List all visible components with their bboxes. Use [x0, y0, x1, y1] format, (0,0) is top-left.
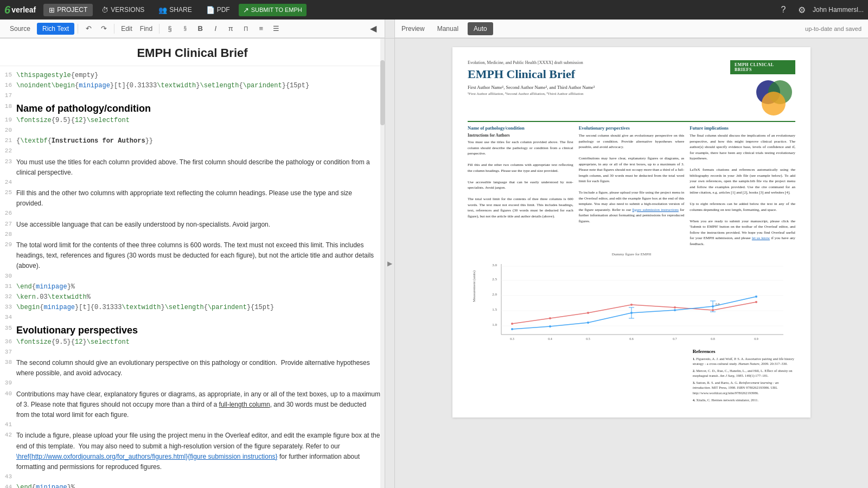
svg-text:0.6: 0.6 [629, 337, 634, 341]
share-label: SHARE [169, 6, 192, 14]
preview-columns: Name of pathology/condition Instructions… [468, 121, 795, 247]
preview-col-1: Name of pathology/condition Instructions… [468, 125, 573, 247]
logo-six: 6 [4, 4, 10, 16]
svg-text:0.8: 0.8 [716, 303, 720, 306]
svg-text:2.0: 2.0 [492, 292, 497, 297]
editor-line: 20 [0, 126, 380, 136]
svg-text:3.0: 3.0 [492, 263, 497, 267]
editor-line: 42 To include a figure, please upload yo… [0, 431, 380, 472]
submit-label: SUBMIT TO EMPH [251, 7, 302, 13]
help-button[interactable]: ? [776, 2, 791, 17]
share-icon: 👥 [158, 6, 167, 14]
editor-line: 30 [0, 272, 380, 282]
submit-icon: ↗ [243, 6, 249, 14]
source-tab[interactable]: Source [4, 23, 36, 35]
toolbar-divider-1 [78, 24, 78, 34]
editor-line: 37 [0, 348, 380, 358]
italic-button[interactable]: I [208, 22, 222, 36]
figure-link[interactable]: figure submission instructions [632, 208, 678, 212]
project-icon: ⊞ [49, 6, 55, 14]
svg-text:0.9: 0.9 [754, 337, 758, 341]
feedback-link[interactable]: let us know [752, 236, 770, 240]
submit-button[interactable]: ↗ SUBMIT TO EMPH [239, 4, 307, 16]
collapse-editor-button[interactable]: ◀ [366, 22, 380, 36]
find-button[interactable]: Find [137, 22, 156, 36]
section-small-btn[interactable]: § [178, 22, 192, 36]
col1-text: You must use the titles for each column … [468, 139, 573, 219]
settings-button[interactable]: ⚙ [794, 2, 809, 17]
svg-point-22 [511, 323, 513, 325]
editor-line: 19 \fontsize{9.5}{12}\selectfont [0, 115, 380, 126]
versions-label: VERSIONS [111, 6, 144, 14]
svg-point-30 [549, 325, 551, 328]
editor-line: 38 The second column should give an evol… [0, 358, 380, 378]
edit-button[interactable]: Edit [118, 22, 136, 36]
editor-content[interactable]: 15 \thispagestyle{empty} 16 \noindent\be… [0, 66, 385, 488]
svg-point-26 [674, 306, 676, 309]
svg-point-32 [630, 312, 633, 314]
versions-button[interactable]: ⏱ VERSIONS [96, 4, 150, 16]
project-button[interactable]: ⊞ PROJECT [43, 4, 93, 16]
svg-point-28 [755, 301, 757, 303]
figure-label: Dummy figure for EMPH [468, 252, 795, 256]
editor-line: 31 \end{minipage}% [0, 282, 380, 292]
editor-line: 15 \thispagestyle{empty} [0, 70, 380, 81]
preview-header: Evolution, Medicine, and Public Health [… [468, 60, 795, 117]
section-symbol-btn[interactable]: § [163, 22, 177, 36]
editor-line: 25 Fill this and the other two columns w… [0, 188, 380, 209]
svg-text:1.5: 1.5 [492, 307, 497, 312]
pdf-button[interactable]: 📄 PDF [201, 4, 235, 16]
editor-line: 18 Name of pathology/condition [0, 102, 380, 115]
svg-point-33 [674, 309, 676, 311]
editor-line: 24 [0, 178, 380, 188]
svg-text:1.0: 1.0 [492, 323, 497, 327]
ref-3: 3. Sutton, R. S. and Barto, A. G. Reinfo… [693, 380, 795, 395]
col1-subhead: Instructions for Authors [468, 133, 573, 138]
preview-label: Preview [401, 25, 425, 33]
editor-line: 36 \fontsize{9.5}{12}\selectfont [0, 337, 380, 348]
svg-point-27 [712, 309, 714, 311]
pi-button[interactable]: π [224, 22, 238, 36]
pi-small-button[interactable]: Π [239, 22, 253, 36]
list-ordered-button[interactable]: ≡ [254, 22, 268, 36]
undo-button[interactable]: ↶ [81, 22, 95, 36]
share-button[interactable]: 👥 SHARE [153, 4, 197, 16]
emph-badge: EMPH CLINICAL BRIEFS [730, 60, 795, 74]
preview-figure: Dummy figure for EMPH 3.0 2.5 2.0 1.5 1.… [468, 252, 795, 346]
preview-pane[interactable]: Evolution, Medicine, and Public Health [… [395, 38, 868, 488]
list-unordered-button[interactable]: ☰ [269, 22, 283, 36]
references-content: References 1. Figueredo, A. J. and Wolf,… [687, 349, 795, 404]
collapse-handle[interactable]: ▶ [385, 38, 395, 488]
bold-button[interactable]: B [193, 22, 207, 36]
editor-line: 27 Use accessible language that can be e… [0, 220, 380, 230]
rich-text-tab[interactable]: Rich Text [37, 23, 74, 35]
ref-4: 4. Xitalis, C. Hermes network simulator,… [693, 397, 795, 402]
top-navbar: 6 verleaf ⊞ PROJECT ⏱ VERSIONS 👥 SHARE 📄… [0, 0, 868, 20]
preview-journal-name: Evolution, Medicine, and Public Health [… [468, 60, 730, 65]
editor-line: 41 [0, 420, 380, 431]
editor-line: 43 [0, 472, 380, 483]
collapse-handle-top [385, 20, 395, 38]
editor-line: 35 Evolutionary perspectives [0, 324, 380, 337]
preview-header-right: EMPH CLINICAL BRIEFS [730, 60, 795, 117]
editor-scrollbar[interactable] [380, 38, 385, 488]
preview-header-left: Evolution, Medicine, and Public Health [… [468, 60, 730, 96]
col2-head: Evolutionary perspectives [579, 125, 685, 131]
pdf-label: PDF [217, 6, 230, 14]
manual-tab[interactable]: Manual [431, 22, 464, 35]
col2-text: The second column should give an evoluti… [579, 133, 685, 224]
user-name: John Hammersl... [813, 6, 864, 14]
svg-text:0.4: 0.4 [548, 337, 552, 341]
editor-line: 39 [0, 378, 380, 389]
preview-status: up-to-date and saved [805, 25, 861, 32]
auto-tab[interactable]: Auto [468, 22, 493, 35]
overleaf-logo[interactable]: 6 verleaf [4, 4, 36, 16]
editor-scrollbar-thumb[interactable] [380, 60, 385, 125]
preview-authors: First Author Name¹, Second Author Name²,… [468, 85, 730, 90]
logo-text: verleaf [11, 5, 36, 14]
editor-line: 26 [0, 209, 380, 219]
svg-point-31 [587, 322, 589, 324]
redo-button[interactable]: ↷ [97, 22, 111, 36]
editor-line: 21 {\textbf{Instructions for Authors}} [0, 136, 380, 146]
col3-head: Future implications [690, 125, 795, 131]
